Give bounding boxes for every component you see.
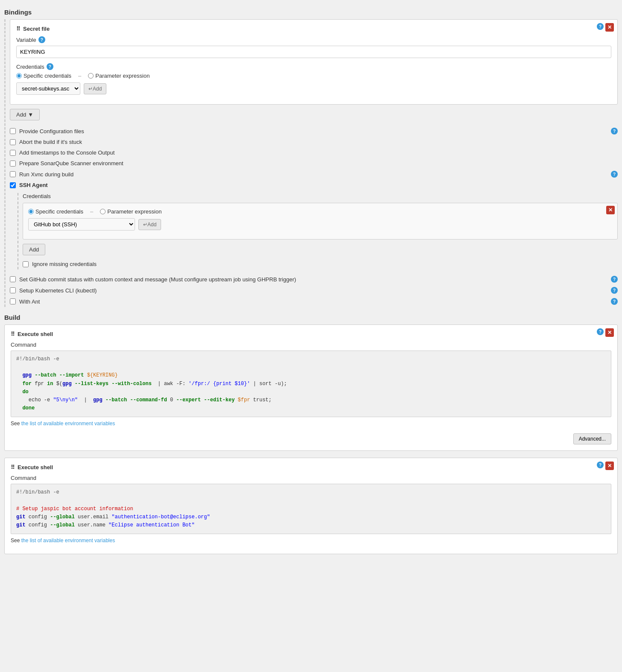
github-status-label: Set GitHub commit status with custom con… — [19, 276, 296, 283]
param-expr-option[interactable]: Parameter expression — [88, 73, 150, 79]
kubectl-checkbox[interactable] — [10, 287, 16, 293]
sonarqube-checkbox[interactable] — [10, 161, 16, 167]
radio-separator: – — [78, 73, 81, 79]
variable-label: Variable ? — [16, 36, 611, 43]
credentials-radio-group: Specific credentials – Parameter express… — [16, 73, 611, 79]
list-item: Set GitHub commit status with custom con… — [10, 274, 618, 285]
credentials-label: Credentials ? — [16, 63, 611, 70]
add-binding-row: Add ▼ — [10, 109, 618, 120]
with-ant-help-icon[interactable]: ? — [611, 298, 618, 305]
ssh-param-expr-option[interactable]: Parameter expression — [100, 208, 161, 215]
provide-config-checkbox[interactable] — [10, 128, 16, 134]
shell2-command-label: Command — [11, 475, 611, 481]
build-section: Build ✕ ? ⠿ Execute shell Command #!/bin… — [4, 314, 618, 554]
add-dropdown-arrow: ▼ — [28, 111, 33, 118]
ssh-agent-checkbox[interactable] — [10, 182, 16, 188]
kubectl-label: Setup Kubernetes CLI (kubectl) — [19, 287, 97, 294]
ssh-add-row: Add — [23, 244, 618, 255]
provide-config-label: Provide Configuration files — [19, 128, 84, 134]
ignore-missing-row: Ignore missing credentials — [23, 259, 618, 269]
variable-input[interactable] — [16, 46, 611, 58]
run-xvnc-help-icon[interactable]: ? — [611, 171, 618, 178]
shell1-close-button[interactable]: ✕ — [605, 328, 614, 337]
shell2-close-button[interactable]: ✕ — [605, 462, 614, 470]
add-binding-button[interactable]: Add ▼ — [10, 109, 40, 120]
more-checklist-group: Set GitHub commit status with custom con… — [10, 274, 618, 307]
credentials-help-icon[interactable]: ? — [47, 63, 53, 70]
shell1-command-label: Command — [11, 342, 611, 348]
specific-creds-option[interactable]: Specific credentials — [16, 73, 71, 79]
github-status-help-icon[interactable]: ? — [611, 276, 618, 283]
add-timestamps-label: Add timestamps to the Console Output — [19, 149, 114, 156]
list-item: Provide Configuration files ? — [10, 126, 618, 137]
ssh-agent-section: Credentials ✕ Specific credentials – Par… — [18, 193, 618, 269]
shell2-code-area[interactable]: #!/bin/bash -e # Setup jaspic bot accoun… — [11, 484, 611, 534]
list-item: Prepare SonarQube Scanner environment — [10, 158, 618, 169]
grip-icon: ⠿ — [11, 464, 15, 470]
abort-stuck-label: Abort the build if it's stuck — [19, 139, 82, 145]
shell2-env-link[interactable]: the list of available environment variab… — [21, 538, 115, 543]
build-title: Build — [4, 314, 618, 321]
shell1-see-link: See the list of available environment va… — [11, 421, 611, 427]
ssh-radio-group: Specific credentials – Parameter express… — [28, 208, 612, 215]
list-item: Add timestamps to the Console Output — [10, 147, 618, 158]
list-item: Abort the build if it's stuck — [10, 137, 618, 147]
secret-file-card: ✕ ? ⠿ Secret file Variable ? Credentials… — [10, 19, 618, 105]
ssh-credentials-label: Credentials — [23, 193, 618, 199]
shell2-see-link: See the list of available environment va… — [11, 538, 611, 543]
ssh-dropdown[interactable]: GitHub bot (SSH) — [28, 218, 135, 231]
with-ant-checkbox[interactable] — [10, 298, 16, 304]
ssh-select-row: GitHub bot (SSH) ↵Add — [28, 218, 612, 231]
shell1-env-link[interactable]: the list of available environment variab… — [21, 421, 115, 427]
execute-shell-1-card: ✕ ? ⠿ Execute shell Command #!/bin/bash … — [4, 324, 618, 451]
bindings-content: ✕ ? ⠿ Secret file Variable ? Credentials… — [4, 19, 618, 307]
ssh-specific-creds-option[interactable]: Specific credentials — [28, 208, 83, 215]
secret-add-button[interactable]: ↵Add — [84, 83, 106, 94]
shell1-help-icon[interactable]: ? — [597, 328, 604, 335]
grip-icon: ⠿ — [16, 26, 21, 32]
shell1-advanced-button[interactable]: Advanced... — [573, 433, 611, 444]
bindings-title: Bindings — [4, 9, 618, 16]
ssh-add-more-button[interactable]: Add — [23, 244, 45, 255]
ssh-credentials-card: ✕ Specific credentials – Parameter expre… — [23, 203, 618, 240]
shell1-code-area[interactable]: #!/bin/bash -e gpg --batch --import ${KE… — [11, 351, 611, 417]
bindings-section: Bindings ✕ ? ⠿ Secret file Variable ? Cr… — [4, 9, 618, 307]
shell2-title: ⠿ Execute shell — [11, 464, 611, 470]
shell1-advanced-row: Advanced... — [11, 431, 611, 444]
list-item: SSH Agent — [10, 180, 618, 190]
ignore-missing-label: Ignore missing credentials — [32, 261, 97, 267]
variable-help-icon[interactable]: ? — [38, 36, 45, 43]
ignore-missing-checkbox[interactable] — [23, 261, 29, 267]
execute-shell-2-card: ✕ ? ⠿ Execute shell Command #!/bin/bash … — [4, 458, 618, 554]
run-xvnc-label: Run Xvnc during build — [19, 171, 73, 178]
with-ant-label: With Ant — [19, 298, 40, 305]
secret-file-help-icon[interactable]: ? — [597, 23, 604, 30]
secret-dropdown[interactable]: secret-subkeys.asc — [16, 82, 80, 95]
grip-icon: ⠿ — [11, 331, 15, 337]
checklist-group: Provide Configuration files ? Abort the … — [10, 126, 618, 190]
github-status-checkbox[interactable] — [10, 276, 16, 282]
secret-file-title: ⠿ Secret file — [16, 26, 611, 32]
add-timestamps-checkbox[interactable] — [10, 150, 16, 156]
ssh-radio-separator: – — [90, 208, 93, 215]
provide-config-help-icon[interactable]: ? — [611, 128, 618, 134]
abort-stuck-checkbox[interactable] — [10, 139, 16, 145]
secret-select-row: secret-subkeys.asc ↵Add — [16, 82, 611, 95]
ssh-cred-close-button[interactable]: ✕ — [606, 206, 615, 214]
ssh-add-button[interactable]: ↵Add — [138, 219, 161, 230]
list-item: With Ant ? — [10, 296, 618, 307]
sonarqube-label: Prepare SonarQube Scanner environment — [19, 160, 123, 167]
secret-file-close-button[interactable]: ✕ — [605, 23, 614, 32]
kubectl-help-icon[interactable]: ? — [611, 287, 618, 294]
list-item: Setup Kubernetes CLI (kubectl) ? — [10, 285, 618, 296]
run-xvnc-checkbox[interactable] — [10, 171, 16, 177]
list-item: Run Xvnc during build ? — [10, 169, 618, 180]
shell1-title: ⠿ Execute shell — [11, 331, 611, 337]
ssh-agent-label: SSH Agent — [19, 182, 48, 188]
